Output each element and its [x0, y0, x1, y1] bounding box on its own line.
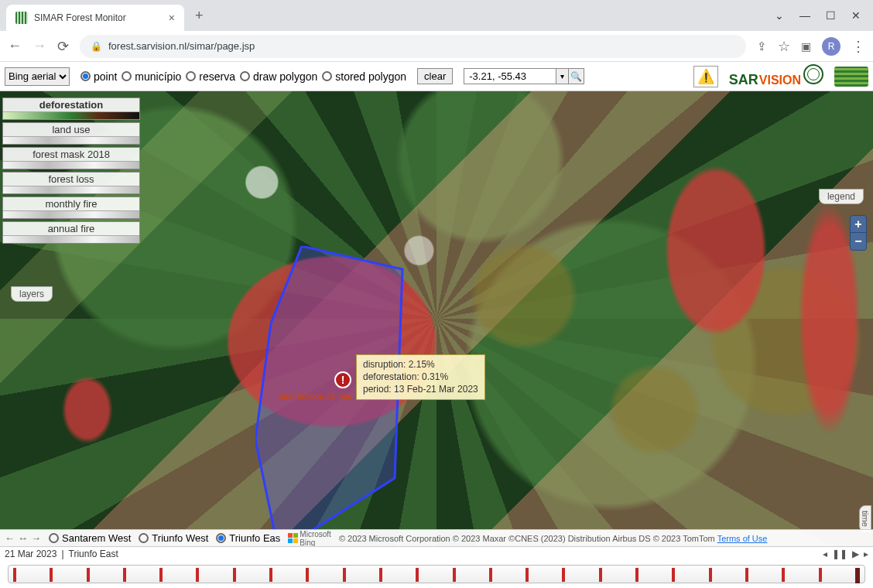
url-text: forest.sarvision.nl/simar/page.jsp — [108, 40, 255, 52]
close-tab-icon[interactable]: × — [169, 12, 175, 24]
timeline-tick[interactable] — [855, 568, 860, 583]
timeline-tick[interactable] — [709, 568, 712, 582]
timeline-tick[interactable] — [50, 568, 53, 582]
address-bar: ← → ⟳ 🔒 forest.sarvision.nl/simar/page.j… — [0, 31, 873, 62]
collapse-left-icon[interactable]: ← — [5, 532, 15, 544]
alert-triangle-icon[interactable]: ⚠️ — [693, 66, 718, 87]
share-icon[interactable]: ⇪ — [757, 39, 767, 53]
sarvision-logo: SARVISION — [729, 64, 823, 88]
timeline-tick[interactable] — [87, 568, 90, 582]
tab-title: SIMAR Forest Monitor — [34, 12, 163, 23]
timeline-tick[interactable] — [306, 568, 309, 582]
radio-label: point — [94, 70, 117, 83]
timeline-tick[interactable] — [489, 568, 492, 582]
kebab-menu-icon[interactable]: ⋮ — [851, 38, 865, 55]
layer-row-deforestation[interactable]: deforestation — [2, 97, 140, 120]
basemap-select[interactable]: Bing aerial — [5, 67, 70, 86]
browser-tab[interactable]: SIMAR Forest Monitor × — [6, 5, 184, 31]
timeline-tick[interactable] — [233, 568, 236, 582]
reload-icon[interactable]: ⟳ — [57, 38, 69, 55]
zoom-out-button[interactable]: − — [851, 233, 866, 250]
radio-icon — [216, 533, 226, 543]
search-icon[interactable]: 🔍 — [568, 69, 584, 84]
forward-icon: → — [33, 38, 46, 54]
coordinate-input[interactable] — [464, 69, 556, 84]
pause-icon[interactable]: ❚❚ — [832, 549, 847, 559]
time-panel-toggle[interactable]: time — [859, 505, 871, 532]
layer-row-land-use[interactable]: land use — [2, 122, 140, 145]
radio-icon — [122, 71, 132, 81]
mode-radio-point[interactable]: point — [80, 70, 117, 83]
play-icon[interactable]: ▶ — [852, 549, 859, 559]
profile-avatar[interactable]: R — [822, 37, 840, 56]
step-forward-icon[interactable]: ▸ — [864, 549, 868, 559]
chevron-down-icon[interactable]: ⌄ — [775, 9, 784, 22]
step-back-icon[interactable]: ◂ — [823, 549, 827, 559]
timeline-tick[interactable] — [745, 568, 748, 582]
zoom-control: + − — [850, 215, 867, 251]
mode-radio-stored-polygon[interactable]: stored polygon — [322, 70, 406, 83]
timeline-tick[interactable] — [343, 568, 346, 582]
timeline-tick[interactable] — [123, 568, 126, 582]
bottom-panel: 21 Mar 2023 | Triunfo East ◂ ❚❚ ▶ ▸ — [0, 546, 873, 588]
mode-radio-draw-polygon[interactable]: draw polygon — [240, 70, 317, 83]
status-region: Triunfo East — [69, 549, 118, 559]
timeline-tick[interactable] — [635, 568, 638, 582]
url-field[interactable]: 🔒 forest.sarvision.nl/simar/page.jsp — [80, 35, 746, 58]
timeline-tick[interactable] — [196, 568, 199, 582]
timeline-tick[interactable] — [672, 568, 675, 582]
timeline[interactable] — [0, 560, 873, 588]
layer-row-forest-mask-2018[interactable]: forest mask 2018 — [2, 147, 140, 169]
maximize-window-icon[interactable]: ☐ — [826, 9, 836, 22]
timeline-tick[interactable] — [562, 568, 565, 582]
timeline-track[interactable] — [8, 565, 865, 583]
layer-gradient — [3, 235, 139, 243]
layer-gradient — [3, 136, 139, 144]
timeline-tick[interactable] — [159, 568, 163, 582]
layer-gradient — [3, 111, 139, 119]
clear-button[interactable]: clear — [417, 68, 453, 84]
extension-icon[interactable]: ▣ — [801, 40, 811, 53]
coordinate-dropdown-icon[interactable]: ▾ — [556, 69, 568, 84]
mode-radio-município[interactable]: município — [122, 70, 181, 83]
app-toolbar: Bing aerial pointmunicípioreservadraw po… — [0, 62, 873, 91]
resize-h-icon[interactable]: ↔ — [18, 532, 28, 544]
layers-toggle[interactable]: layers — [11, 286, 53, 302]
timeline-tick[interactable] — [782, 568, 785, 582]
new-tab-button[interactable]: + — [195, 8, 204, 24]
bookmark-icon[interactable]: ☆ — [778, 38, 790, 55]
region-bar: ← ↔ → Santarem WestTriunfo WestTriunfo E… — [0, 529, 873, 546]
terms-link[interactable]: Terms of Use — [717, 534, 768, 543]
expand-right-icon[interactable]: → — [31, 532, 41, 544]
layer-row-annual-fire[interactable]: annual fire — [2, 221, 140, 244]
timeline-tick[interactable] — [269, 568, 272, 582]
radio-label: stored polygon — [335, 70, 406, 83]
region-radio-Triunfo-West[interactable]: Triunfo West — [139, 532, 208, 544]
timeline-tick[interactable] — [526, 568, 529, 582]
mode-radio-group: pointmunicípioreservadraw polygonstored … — [80, 70, 406, 83]
zoom-in-button[interactable]: + — [851, 216, 866, 233]
timeline-play-controls: ◂ ❚❚ ▶ ▸ — [823, 549, 868, 559]
minimize-window-icon[interactable]: ― — [799, 9, 810, 22]
radio-icon — [139, 533, 149, 543]
timeline-tick[interactable] — [819, 568, 822, 582]
back-icon[interactable]: ← — [8, 38, 22, 54]
timeline-tick[interactable] — [13, 568, 16, 582]
texture-icon[interactable] — [834, 67, 868, 87]
bing-logo: Microsoft Bing — [288, 530, 331, 547]
layer-row-monthly-fire[interactable]: monthly fire — [2, 197, 140, 219]
mode-radio-reserva[interactable]: reserva — [186, 70, 235, 83]
alert-marker-icon[interactable]: ! — [334, 371, 351, 388]
timeline-tick[interactable] — [416, 568, 419, 582]
timeline-tick[interactable] — [599, 568, 602, 582]
layer-row-forest-loss[interactable]: forest loss — [2, 172, 140, 194]
radar-icon — [803, 64, 823, 84]
region-radio-Santarem-West[interactable]: Santarem West — [49, 532, 131, 544]
close-window-icon[interactable]: ✕ — [851, 9, 861, 22]
radio-label: Triunfo Eas — [229, 532, 280, 544]
legend-toggle[interactable]: legend — [819, 189, 864, 204]
timeline-tick[interactable] — [379, 568, 382, 582]
radio-icon — [186, 71, 196, 81]
region-radio-Triunfo-East[interactable]: Triunfo Eas — [216, 532, 280, 544]
timeline-tick[interactable] — [453, 568, 456, 582]
